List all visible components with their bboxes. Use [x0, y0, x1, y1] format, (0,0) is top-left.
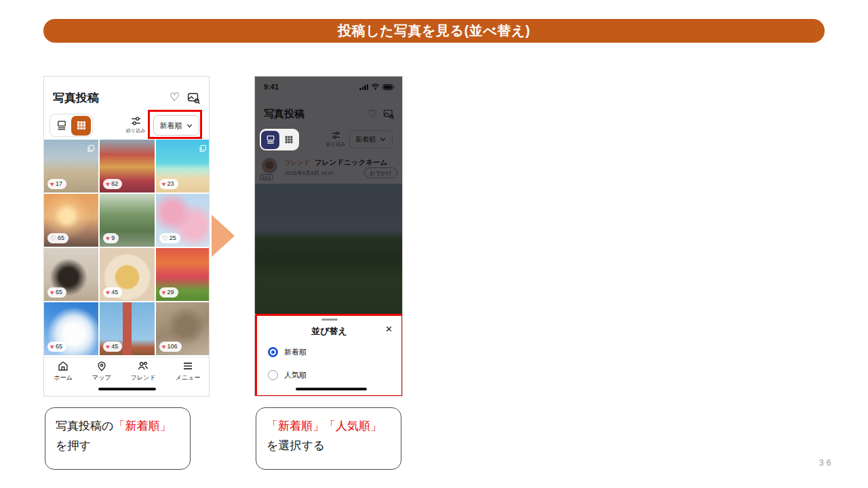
- nav-friends[interactable]: フレンド: [131, 360, 156, 382]
- photo-tile[interactable]: ♥23: [156, 140, 210, 192]
- sheet-title: 並び替え: [257, 325, 401, 338]
- nav-map[interactable]: マップ: [92, 360, 111, 382]
- page-title: 投稿した写真を見る(並べ替え): [338, 22, 530, 40]
- photo-tile[interactable]: ♥17: [44, 140, 98, 192]
- nav-menu[interactable]: メニュー: [176, 360, 201, 382]
- page-number: 36: [819, 458, 833, 468]
- photo-tile[interactable]: ♥106: [156, 302, 210, 355]
- favorites-icon[interactable]: ♡: [170, 92, 180, 105]
- radio-selected-icon: [268, 347, 278, 357]
- like-badge: ♥45: [103, 342, 122, 352]
- step-arrow: [212, 215, 235, 257]
- screenshot-photo-grid: 写真投稿 ♡: [43, 76, 210, 396]
- multi-photo-icon: [199, 143, 207, 155]
- caption-step-2: 「新着順」「人気順」 を選択する: [256, 407, 401, 470]
- app-title: 写真投稿: [53, 90, 99, 106]
- heart-icon: ♥: [106, 181, 110, 188]
- view-toggle: [50, 114, 93, 137]
- grid-view-button[interactable]: [71, 116, 91, 136]
- heart-icon: ♥: [162, 289, 166, 296]
- heart-icon: ♥: [106, 235, 110, 242]
- heart-outline-icon: ♡: [162, 235, 168, 242]
- bottom-nav: ホーム マップ フレンド メニュー: [44, 357, 210, 384]
- drag-handle[interactable]: [321, 319, 338, 321]
- heart-outline-icon: ♡: [50, 235, 56, 242]
- caption-highlight: 「新着順」「人気順」: [267, 420, 382, 432]
- photo-tile[interactable]: ♡25: [156, 194, 210, 247]
- like-badge: ♥9: [103, 233, 119, 243]
- radio-unselected-icon: [268, 370, 278, 380]
- filter-label: 絞り込み: [126, 127, 145, 134]
- like-badge: ♥45: [103, 287, 122, 298]
- like-badge: ♥65: [47, 287, 66, 298]
- heart-icon: ♥: [162, 181, 166, 188]
- photo-tile[interactable]: ♥62: [100, 140, 154, 192]
- sort-bottom-sheet: 並び替え ✕ 新着順 人気順: [255, 314, 403, 396]
- menu-icon: [182, 360, 194, 372]
- multi-photo-icon: [87, 143, 95, 155]
- view-toggle: [260, 129, 299, 150]
- like-badge: ♥23: [159, 179, 178, 189]
- map-pin-icon: [96, 360, 108, 372]
- like-badge: ♡65: [47, 233, 68, 243]
- filter-button[interactable]: 絞り込み: [126, 115, 145, 134]
- heart-icon: ♥: [162, 344, 166, 350]
- like-badge: ♥62: [103, 179, 122, 189]
- close-icon[interactable]: ✕: [385, 325, 393, 333]
- heart-icon: ♥: [50, 289, 54, 296]
- grid-view-button[interactable]: [279, 131, 298, 149]
- home-icon: [57, 360, 69, 372]
- photo-search-icon[interactable]: [187, 92, 201, 105]
- sort-option-newest[interactable]: 新着順: [268, 347, 307, 357]
- like-badge: ♥106: [159, 342, 182, 352]
- like-badge: ♥29: [159, 287, 178, 298]
- list-view-button[interactable]: [261, 131, 279, 149]
- friends-icon: [137, 360, 149, 372]
- heart-icon: ♥: [50, 344, 54, 350]
- photo-tile[interactable]: ♥45: [100, 248, 154, 301]
- like-badge: ♥17: [47, 179, 66, 189]
- heart-icon: ♥: [106, 344, 110, 350]
- nav-home[interactable]: ホーム: [54, 360, 73, 382]
- dim-overlay[interactable]: [255, 77, 403, 314]
- caption-highlight: 「新着順」: [113, 420, 171, 432]
- sort-option-popular[interactable]: 人気順: [268, 370, 307, 380]
- photo-tile[interactable]: ♥9: [100, 194, 154, 247]
- photo-tile[interactable]: ♥65: [44, 302, 98, 355]
- photo-tile[interactable]: ♥45: [100, 302, 154, 355]
- photo-tile[interactable]: ♥29: [156, 248, 210, 301]
- slide: 投稿した写真を見る(並べ替え) 写真投稿 ♡: [0, 0, 868, 488]
- home-indicator: [98, 388, 156, 390]
- heart-icon: ♥: [106, 289, 110, 296]
- heart-icon: ♥: [50, 181, 54, 188]
- caption-step-1: 写真投稿の「新着順」 を押す: [45, 407, 191, 470]
- list-view-button[interactable]: [52, 116, 71, 136]
- photo-grid: ♥17 ♥62 ♥23 ♡65 ♥9 ♡25 ♥65: [44, 140, 210, 355]
- annotation-highlight-sort: [148, 110, 202, 139]
- photo-tile[interactable]: ♡65: [44, 194, 98, 247]
- screenshot-sort-sheet: 9:41: [254, 76, 403, 396]
- like-badge: ♥65: [47, 342, 66, 352]
- home-indicator: [296, 388, 367, 390]
- photo-tile[interactable]: ♥65: [44, 248, 98, 301]
- like-badge: ♡25: [159, 233, 180, 243]
- title-banner: 投稿した写真を見る(並べ替え): [43, 19, 825, 43]
